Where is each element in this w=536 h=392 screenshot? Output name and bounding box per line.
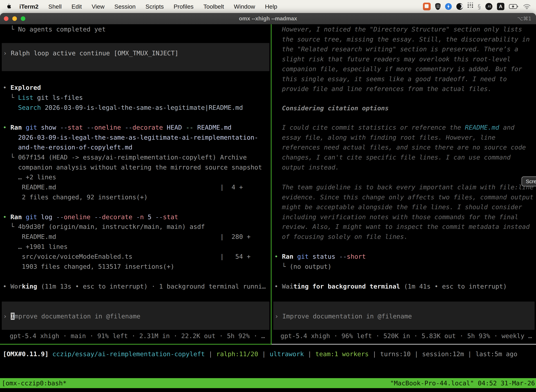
terminal-line: README.md | 280 + [3, 232, 251, 242]
lightning-bolt-icon[interactable] [445, 0, 452, 13]
terminal-line: of focusing solely on file lines. [274, 232, 408, 242]
horizontal-divider-inactive[interactable] [272, 344, 536, 345]
terminal-line: Considering citation options [274, 103, 389, 113]
menu-bar: iTerm2 ShellEditViewSessionScriptsProfil… [0, 0, 536, 13]
terminal-line: essay file, along with finding root file… [274, 132, 495, 142]
terminal-line: └ (no output) [274, 261, 331, 271]
menu-item-toolbelt[interactable]: Toolbelt [199, 3, 229, 10]
terminal-line: • Ran git show --stat --oneline --decora… [3, 122, 232, 132]
horizontal-divider-active[interactable] [0, 344, 272, 345]
terminal-line: └ 4b9d30f (origin/main, instructkr/main,… [3, 222, 205, 232]
tmux-host-clock: "MacBook-Pro-44.local" 04:52 31-Mar-26 [390, 378, 535, 388]
terminal-line: └ List git ls-files [3, 93, 83, 103]
terminal-line: slight risk that future readers may over… [274, 54, 511, 64]
terminal-line: … +1901 lines [3, 242, 67, 252]
terminal-line: src/voice/voiceModeEnabled.ts | 54 + [3, 252, 251, 261]
iterm-window: omx --xhigh --madmax ⌥⌘1 └ No agents com… [0, 13, 536, 392]
window-titlebar[interactable]: omx --xhigh --madmax ⌥⌘1 [0, 13, 536, 24]
terminal-line: including verification notes with those … [274, 212, 518, 222]
apple-menu-icon[interactable] [6, 3, 13, 10]
left-pane[interactable]: └ No agents completed yet› Ralph loop ac… [0, 24, 271, 344]
terminal-line: … +2 lines [3, 172, 56, 182]
terminal-line: › Improve documentation in @filename [275, 311, 412, 321]
terminal-line: • Explored [3, 83, 41, 93]
terminal-line: └ No agents completed yet [3, 24, 106, 34]
terminal-line: README.md | 4 + [3, 182, 243, 192]
terminal-line: references need actual files, and since … [274, 142, 526, 152]
terminal-line: provide file and line references from th… [274, 84, 492, 94]
terminal-area: └ No agents completed yet› Ralph loop ac… [0, 24, 536, 344]
terminal-line: might be acceptable alongside the file l… [274, 202, 522, 212]
menu-item-scripts[interactable]: Scripts [140, 3, 169, 10]
terminal-line: output instead. [274, 162, 339, 172]
terminal-line: evidence. Since this change only affects… [274, 192, 534, 202]
terminal-line: › Improve documentation in @filename [3, 311, 140, 321]
right-model-status-line: gpt-5.4 xhigh · 96% left · 520K in · 5.8… [281, 331, 532, 341]
terminal-line: 2 files changed, 92 insertions(+) [3, 192, 148, 202]
menu-item-help[interactable]: Help [260, 3, 282, 10]
window-title: omx --xhigh --madmax [0, 15, 536, 22]
hook-icon[interactable]: § [478, 0, 481, 13]
battery-icon[interactable] [509, 0, 518, 13]
terminal-line: • Waiting for background terminal (1m 41… [274, 281, 507, 291]
terminal-line: However, I noticed the "Directory Struct… [274, 24, 522, 34]
terminal-line: • Ran git status --short [274, 252, 366, 261]
terminal-line: changes, I can't cite specific file line… [274, 152, 511, 162]
menu-item-window[interactable]: Window [229, 3, 260, 10]
terminal-line: and-the-erosion-of-copyleft.md [3, 142, 132, 152]
tmux-status-bar: [omx-cczip0:bash* "MacBook-Pro-44.local"… [0, 378, 536, 388]
moon-crescent-icon[interactable] [456, 0, 463, 13]
terminal-line: this single essay, it seems like a good … [274, 74, 507, 84]
terminal-line: review. Also, I might want to inspect th… [274, 222, 530, 232]
menu-item-iterm2[interactable]: iTerm2 [14, 3, 42, 10]
battery-percent-badge-icon[interactable]: ..61 [485, 0, 492, 13]
desktop: iTerm2 ShellEditViewSessionScriptsProfil… [0, 0, 536, 392]
window-shortcut-badge: ⌥⌘1 [517, 16, 531, 22]
terminal-line: 1903 files changed, 513517 insertions(+) [3, 261, 174, 271]
terminal-line: • Ran git log --oneline --decorate -n 5 … [3, 212, 178, 222]
menubar-status-icons: §..61A [423, 0, 536, 13]
terminal-line: companion analysis without altering the … [3, 162, 262, 172]
terminal-line: companion file, especially if more comme… [274, 64, 522, 74]
dots-grid-icon[interactable] [468, 0, 473, 13]
terminal-line: • Working (11m 13s • esc to interrupt) ·… [3, 281, 266, 291]
terminal-line: the "Related research writing" section i… [274, 44, 518, 54]
menu-item-session[interactable]: Session [109, 3, 140, 10]
terminal-line: I could cite commit statistics or refere… [274, 122, 514, 132]
menu-item-profiles[interactable]: Profiles [169, 3, 198, 10]
menu-items: ShellEditViewSessionScriptsProfilesToolb… [43, 3, 282, 10]
terminal-line: 2026-03-09-is-legal-the-same-as-legitima… [3, 132, 258, 142]
left-model-status-line: gpt-5.4 xhigh · main · 91% left · 2.31M … [10, 331, 265, 341]
terminal-line: the source tree, missing the essay. Stil… [274, 34, 530, 44]
omx-status-line: [OMX#0.11.9] cczip/essay/ai-reimplementa… [3, 349, 517, 359]
wifi-icon[interactable] [523, 0, 531, 13]
terminal-line: └ 067f154 (HEAD -> essay/ai-reimplementa… [3, 152, 247, 162]
right-pane[interactable]: However, I noticed the "Directory Struct… [272, 24, 536, 344]
menu-item-view[interactable]: View [87, 3, 109, 10]
keyboard-layout-icon[interactable]: A [497, 0, 504, 13]
menu-item-shell[interactable]: Shell [43, 3, 67, 10]
shield-grid-icon[interactable] [435, 0, 440, 13]
terminal-line: › Ralph loop active continue [OMX_TMUX_I… [3, 48, 178, 58]
terminal-line: Search 2026-03-09-is-legal-the-same-as-l… [3, 103, 243, 112]
terminal-line: The team guideline is to back every impo… [274, 182, 534, 192]
screen-tooltip: Scre [522, 177, 536, 186]
menu-item-edit[interactable]: Edit [67, 3, 87, 10]
screenshot-app-icon[interactable] [423, 0, 431, 13]
tmux-session-label[interactable]: [omx-cczip0:bash* [2, 378, 67, 388]
